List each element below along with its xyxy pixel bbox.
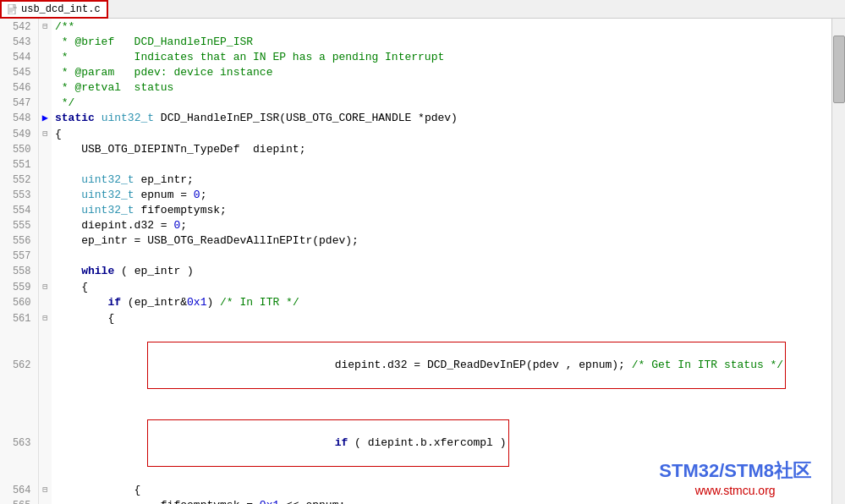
table-row: 551 — [0, 157, 831, 173]
code-content: while ( ep_intr ) — [52, 264, 831, 279]
code-content — [52, 249, 831, 264]
fold-icon[interactable]: ⊟ — [42, 282, 47, 292]
line-gutter — [38, 142, 52, 157]
fold-icon[interactable]: ⊟ — [42, 314, 47, 323]
line-gutter — [38, 173, 52, 188]
editor-area: 542 ⊟ /** 543 * @brief DCD_HandleInEP_IS… — [0, 19, 831, 504]
line-number: 563 — [0, 404, 38, 482]
line-gutter[interactable]: ⊟ — [38, 482, 52, 498]
line-gutter — [38, 96, 52, 111]
fold-icon[interactable]: ⊟ — [42, 129, 47, 139]
code-content: uint32_t ep_intr; — [52, 173, 831, 188]
table-row: 550 USB_OTG_DIEPINTn_TypeDef diepint; — [0, 142, 831, 157]
line-gutter — [38, 404, 52, 482]
line-gutter — [38, 35, 52, 50]
line-gutter: ▶ — [38, 111, 52, 126]
tab-label: usb_dcd_int.c — [21, 3, 101, 15]
line-number: 550 — [0, 142, 38, 157]
table-row: 553 uint32_t epnum = 0; — [0, 188, 831, 203]
code-content: * @retval status — [52, 80, 831, 96]
code-content: { — [52, 310, 831, 326]
outline-box-562: diepint.d32 = DCD_ReadDevInEP(pdev , epn… — [147, 342, 786, 389]
code-content: fifoemptymsk = 0x1 << epnum; — [52, 498, 831, 504]
table-row: 554 uint32_t fifoemptymsk; — [0, 203, 831, 218]
code-container[interactable]: 542 ⊟ /** 543 * @brief DCD_HandleInEP_IS… — [0, 19, 831, 504]
scrollbar-thumb[interactable] — [833, 36, 845, 103]
line-number: 546 — [0, 80, 38, 96]
code-table: 542 ⊟ /** 543 * @brief DCD_HandleInEP_IS… — [0, 19, 831, 504]
table-row: 543 * @brief DCD_HandleInEP_ISR — [0, 35, 831, 50]
code-content: /** — [52, 19, 831, 35]
code-content: USB_OTG_DIEPINTn_TypeDef diepint; — [52, 142, 831, 157]
fold-icon[interactable]: ⊟ — [42, 22, 47, 31]
line-number: 552 — [0, 173, 38, 188]
code-content: diepint.d32 = DCD_ReadDevInEP(pdev , epn… — [52, 326, 831, 404]
line-number: 557 — [0, 249, 38, 264]
code-content: { — [52, 279, 831, 295]
line-gutter — [38, 264, 52, 279]
outline-box-563: if ( diepint.b.xfercompl ) — [147, 419, 508, 467]
line-gutter[interactable]: ⊟ — [38, 19, 52, 35]
table-row: 542 ⊟ /** — [0, 19, 831, 35]
table-row: 548 ▶ static uint32_t DCD_HandleInEP_ISR… — [0, 111, 831, 126]
line-gutter — [38, 203, 52, 218]
code-content: if (ep_intr&0x1) /* In ITR */ — [52, 295, 831, 310]
line-number: 547 — [0, 96, 38, 111]
code-content — [52, 157, 831, 173]
code-content: if ( diepint.b.xfercompl ) — [52, 404, 831, 482]
fold-icon[interactable]: ⊟ — [42, 485, 47, 495]
line-number: 555 — [0, 218, 38, 233]
line-gutter[interactable]: ⊟ — [38, 310, 52, 326]
line-gutter[interactable]: ⊟ — [38, 126, 52, 142]
line-number: 565 — [0, 498, 38, 504]
table-row: 564 ⊟ { — [0, 482, 831, 498]
line-number: 556 — [0, 233, 38, 249]
code-content: * Indicates that an IN EP has a pending … — [52, 50, 831, 65]
svg-rect-0 — [8, 4, 15, 14]
line-number: 549 — [0, 126, 38, 142]
table-row: 545 * @param pdev: device instance — [0, 65, 831, 80]
line-gutter — [38, 65, 52, 80]
line-number: 564 — [0, 482, 38, 498]
tab-bar: usb_dcd_int.c — [0, 0, 845, 19]
line-gutter — [38, 50, 52, 65]
code-content: uint32_t fifoemptymsk; — [52, 203, 831, 218]
tab-item-file[interactable]: usb_dcd_int.c — [0, 0, 108, 19]
line-gutter — [38, 295, 52, 310]
code-content: * @param pdev: device instance — [52, 65, 831, 80]
line-number: 558 — [0, 264, 38, 279]
code-content: diepint.d32 = 0; — [52, 218, 831, 233]
table-row: 561 ⊟ { — [0, 310, 831, 326]
code-content: { — [52, 482, 831, 498]
code-content: static uint32_t DCD_HandleInEP_ISR(USB_O… — [52, 111, 831, 126]
line-number: 548 — [0, 111, 38, 126]
line-number: 561 — [0, 310, 38, 326]
line-number: 560 — [0, 295, 38, 310]
code-content: uint32_t epnum = 0; — [52, 188, 831, 203]
table-row: 562 diepint.d32 = DCD_ReadDevInEP(pdev ,… — [0, 326, 831, 404]
line-gutter — [38, 218, 52, 233]
debug-arrow: ▶ — [42, 112, 48, 124]
table-row: 565 fifoemptymsk = 0x1 << epnum; — [0, 498, 831, 504]
line-number: 554 — [0, 203, 38, 218]
line-number: 559 — [0, 279, 38, 295]
line-gutter — [38, 326, 52, 404]
table-row: 563 if ( diepint.b.xfercompl ) — [0, 404, 831, 482]
file-icon — [8, 4, 18, 14]
line-number: 543 — [0, 35, 38, 50]
line-gutter[interactable]: ⊟ — [38, 279, 52, 295]
table-row: 560 if (ep_intr&0x1) /* In ITR */ — [0, 295, 831, 310]
line-gutter — [38, 157, 52, 173]
line-number: 542 — [0, 19, 38, 35]
code-content: { — [52, 126, 831, 142]
table-row: 555 diepint.d32 = 0; — [0, 218, 831, 233]
code-content: ep_intr = USB_OTG_ReadDevAllInEPItr(pdev… — [52, 233, 831, 249]
table-row: 552 uint32_t ep_intr; — [0, 173, 831, 188]
line-gutter — [38, 233, 52, 249]
table-row: 559 ⊟ { — [0, 279, 831, 295]
app: usb_dcd_int.c 542 ⊟ /** 543 * @brie — [0, 0, 845, 504]
scrollbar-vertical[interactable] — [831, 19, 845, 504]
line-number: 545 — [0, 65, 38, 80]
line-number: 553 — [0, 188, 38, 203]
line-number: 551 — [0, 157, 38, 173]
